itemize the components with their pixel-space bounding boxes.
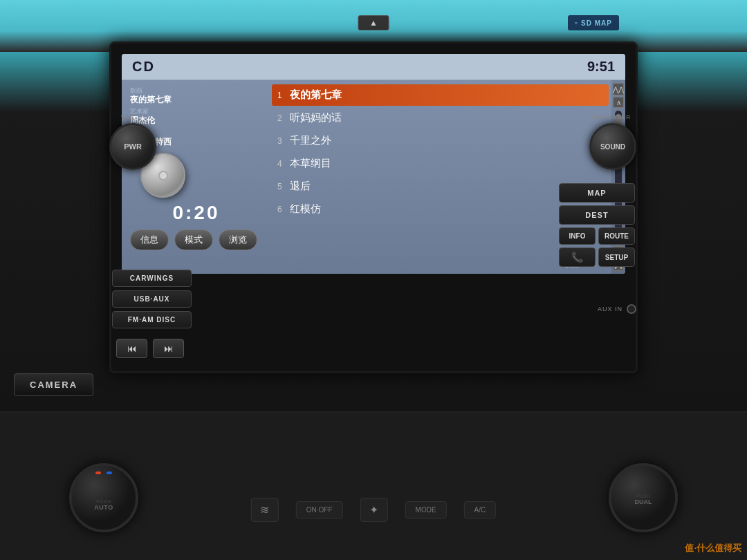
cd-center-hole — [158, 171, 168, 180]
rear-defrost-icon: ≋ — [260, 503, 269, 516]
sd-icon: ▫ — [575, 18, 578, 28]
prev-icon: ⏮ — [127, 343, 137, 354]
mode-button[interactable]: 模式 — [174, 230, 213, 250]
screen-clock: 9:51 — [587, 59, 615, 75]
prev-button[interactable]: ⏮ — [116, 339, 147, 358]
screen-header: CD 9:51 — [122, 54, 625, 80]
artist-value: 周杰伦 — [130, 115, 262, 127]
track-number-2: 2 — [277, 113, 290, 123]
sound-knob[interactable]: SOUND — [589, 123, 636, 170]
sd-map-label: SD MAP — [581, 19, 612, 27]
artist-label: 艺术家 — [130, 108, 262, 115]
track-number-1: 1 — [277, 91, 290, 100]
browse-button[interactable]: 浏览 — [219, 230, 257, 250]
camera-button-area: CAMERA — [14, 373, 93, 396]
usb-aux-button[interactable]: USB·AUX — [112, 290, 192, 308]
watermark: 值·什么值得买 — [685, 542, 741, 554]
song-label: 歌曲 — [130, 87, 262, 95]
song-value: 夜的第七章 — [130, 95, 262, 106]
right-climate-knob[interactable]: PUSH DUAL — [609, 463, 678, 532]
on-off-button[interactable]: ON·OFF — [296, 501, 343, 519]
track-item-2[interactable]: 2 听妈妈的话 — [272, 107, 609, 129]
push-text-left: PUSH — [94, 499, 113, 504]
scroll-up-fast[interactable]: ⋀⋀ — [613, 83, 624, 95]
push-text-right: PUSH — [635, 494, 652, 498]
camera-button[interactable]: CAMERA — [14, 373, 93, 396]
fan-icon: ✦ — [369, 503, 378, 516]
screen-title: CD — [132, 59, 155, 75]
track-item-4[interactable]: 4 本草纲目 — [272, 153, 609, 174]
vol-label: VOL — [121, 114, 136, 121]
pwr-label: PWR — [124, 142, 142, 151]
auto-label: AUTO — [94, 504, 113, 511]
screen-body: 歌曲 夜的第七章 艺术家 周杰伦 专辑 依然范特西 0:20 — [122, 80, 625, 274]
cold-indicator — [107, 472, 112, 474]
right-function-buttons: MAP DEST INFO ROUTE 📞 SETUP — [559, 183, 635, 267]
sd-map-button[interactable]: ▫ SD MAP — [568, 15, 619, 30]
media-controls: ⏮ ⏭ — [116, 339, 184, 358]
next-icon: ⏭ — [164, 343, 174, 354]
next-button[interactable]: ⏭ — [153, 339, 184, 358]
route-button[interactable]: ROUTE — [598, 227, 635, 245]
hot-indicator — [95, 472, 101, 474]
center-climate-buttons: ≋ ON·OFF ✦ MODE A/C — [251, 498, 496, 522]
track-name-6: 红模仿 — [290, 203, 321, 216]
sound-label: SOUND — [600, 143, 625, 151]
fm-am-disc-button[interactable]: FM·AM DISC — [112, 311, 192, 328]
phone-setup-row: 📞 SETUP — [559, 248, 635, 267]
track-number-6: 6 — [277, 205, 290, 214]
rear-defrost-button[interactable]: ≋ — [251, 498, 279, 522]
track-number-3: 3 — [277, 136, 290, 146]
track-name-2: 听妈妈的话 — [290, 111, 342, 124]
track-number-4: 4 — [277, 159, 290, 169]
artist-label-row: 艺术家 周杰伦 — [130, 108, 262, 129]
track-item-1[interactable]: 1 夜的第七章 — [272, 84, 609, 106]
track-name-3: 千里之外 — [290, 134, 331, 147]
track-item-6[interactable]: 6 红模仿 — [272, 198, 609, 220]
track-name-5: 退后 — [290, 180, 311, 193]
phone-button[interactable]: 📞 — [559, 248, 596, 267]
fan-button[interactable]: ✦ — [360, 498, 388, 522]
info-route-row: INFO ROUTE — [559, 227, 635, 245]
track-item-5[interactable]: 5 退后 — [272, 176, 609, 197]
mode-bottom-button[interactable]: MODE — [405, 501, 447, 519]
push-label-left: PUSH AUTO — [94, 499, 113, 511]
left-function-buttons: CARWINGS USB·AUX FM·AM DISC — [112, 270, 192, 328]
aux-in-area: AUX IN — [598, 304, 636, 314]
bottom-screen-buttons: 信息 模式 浏览 — [130, 230, 262, 250]
temp-indicators — [95, 472, 112, 474]
track-name-1: 夜的第七章 — [290, 88, 342, 102]
eject-icon: ▲ — [369, 18, 378, 28]
eject-button[interactable]: ▲ — [358, 15, 389, 30]
setup-button[interactable]: SETUP — [598, 248, 635, 267]
push-label-right: PUSH DUAL — [635, 494, 652, 505]
song-label-row: 歌曲 夜的第七章 — [130, 87, 262, 108]
left-climate-knob[interactable]: PUSH AUTO — [69, 463, 138, 532]
tune-label: TUNE·FOLDER — [583, 114, 635, 120]
display-screen: CD 9:51 歌曲 夜的第七章 艺术家 周杰伦 专辑 依然范特西 — [122, 54, 625, 274]
track-name-4: 本草纲目 — [290, 157, 331, 170]
climate-controls: PUSH AUTO ≋ ON·OFF ✦ MODE A/C PUSH DUAL — [0, 411, 747, 560]
pwr-knob[interactable]: PWR — [109, 123, 156, 170]
aux-in-label: AUX IN — [598, 306, 622, 312]
playback-time: 0:20 — [130, 202, 262, 224]
info-button[interactable]: 信息 — [130, 230, 169, 250]
map-button[interactable]: MAP — [559, 183, 635, 203]
aux-jack — [627, 304, 636, 314]
carwings-button[interactable]: CARWINGS — [112, 270, 192, 287]
track-info-panel: 歌曲 夜的第七章 艺术家 周杰伦 专辑 依然范特西 0:20 — [122, 80, 270, 274]
info-button-right[interactable]: INFO — [559, 227, 596, 245]
dual-label: DUAL — [635, 498, 652, 505]
track-number-5: 5 — [277, 182, 290, 192]
ac-button[interactable]: A/C — [464, 501, 497, 519]
dest-button[interactable]: DEST — [559, 205, 635, 225]
track-item-3[interactable]: 3 千里之外 — [272, 130, 609, 151]
scroll-up[interactable]: ∧ — [613, 97, 624, 108]
